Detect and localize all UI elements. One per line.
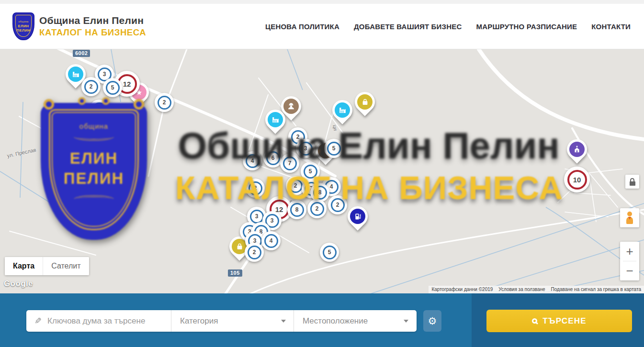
watermark-title: Община Елин Пелин bbox=[158, 124, 579, 168]
pegman-button[interactable] bbox=[620, 208, 639, 227]
cluster-marker[interactable]: 5 bbox=[103, 78, 122, 97]
brand[interactable]: община ЕЛИН ПЕЛИН Община Елин Пелин КАТА… bbox=[12, 12, 146, 40]
crest-ornament bbox=[78, 97, 86, 105]
chevron-down-icon bbox=[404, 320, 408, 323]
main-nav: ЦЕНОВА ПОЛИТИКА ДОБАВЕТЕ ВАШИЯТ БИЗНЕС М… bbox=[265, 22, 631, 31]
cluster-marker[interactable]: 2 bbox=[81, 77, 101, 96]
advanced-settings-button[interactable]: ⚙ bbox=[423, 310, 441, 332]
cluster-marker[interactable]: 2 bbox=[155, 93, 174, 112]
category-select-label: Категория bbox=[180, 316, 218, 326]
crest-flourish bbox=[74, 133, 114, 141]
watermark-crest: община ЕЛИН ПЕЛИН bbox=[41, 103, 147, 240]
search-bar: ТЪРСЕНЕ ✎ Категория Местоположение ⚙ bbox=[0, 293, 644, 347]
road-number-badge: 6002 bbox=[73, 50, 90, 57]
logo-text-line2: ПЕЛИН bbox=[17, 28, 31, 33]
crest-flourish bbox=[74, 195, 114, 203]
site-title: Община Елин Пелин bbox=[39, 15, 146, 26]
crest-text-line2: ПЕЛИН bbox=[64, 168, 124, 189]
keyword-input[interactable] bbox=[47, 316, 166, 326]
zoom-in-button[interactable]: + bbox=[620, 242, 639, 261]
cluster-marker[interactable]: 2 bbox=[245, 243, 264, 262]
nav-contacts[interactable]: КОНТАКТИ bbox=[591, 22, 631, 31]
search-icon bbox=[532, 318, 537, 324]
location-select[interactable]: Местоположение bbox=[294, 310, 416, 332]
map-attribution: Картографски данни ©2019Условия за ползв… bbox=[429, 286, 644, 293]
pencil-icon: ✎ bbox=[34, 316, 42, 326]
nav-pricing-policy[interactable]: ЦЕНОВА ПОЛИТИКА bbox=[265, 22, 339, 31]
shopping-bag-icon bbox=[361, 98, 370, 107]
crest-ornament bbox=[102, 97, 110, 105]
municipality-logo: община ЕЛИН ПЕЛИН bbox=[12, 12, 34, 40]
chevron-down-icon bbox=[281, 320, 286, 323]
search-fields-group: ✎ Категория Местоположение bbox=[26, 310, 417, 332]
site-subtitle: КАТАЛОГ НА БИЗНЕСА bbox=[39, 27, 146, 38]
logo-text-top: община bbox=[18, 20, 28, 23]
attribution-text: Картографски данни ©2019 bbox=[429, 286, 496, 293]
map-pin[interactable] bbox=[355, 92, 375, 112]
road-number-badge: 105 bbox=[228, 269, 242, 277]
map-type-toggle: Карта Сателит bbox=[5, 257, 89, 275]
crest-ornament bbox=[134, 99, 144, 110]
map-canvas[interactable]: 3122522235647510242782212833383425 60021… bbox=[0, 49, 644, 293]
factory-icon bbox=[271, 115, 280, 124]
crest-text-line1: ЕЛИН bbox=[70, 148, 118, 168]
gear-icon: ⚙ bbox=[428, 315, 437, 327]
attribution-link[interactable]: Подаване на сигнал за грешка в картата bbox=[548, 286, 644, 293]
search-button-label: ТЪРСЕНЕ bbox=[542, 316, 587, 326]
fuel-icon bbox=[353, 212, 362, 221]
google-logo[interactable]: Google bbox=[4, 279, 33, 289]
keyword-segment: ✎ bbox=[26, 310, 171, 332]
factory-icon bbox=[338, 106, 347, 115]
attribution-link[interactable]: Условия за ползване bbox=[496, 286, 548, 293]
map-type-map-button[interactable]: Карта bbox=[5, 257, 43, 275]
logo-text-line1: ЕЛИН bbox=[18, 24, 29, 28]
shopping-bag-icon bbox=[235, 242, 244, 251]
map-type-satellite-button[interactable]: Сателит bbox=[43, 257, 89, 275]
crest-text-top: община bbox=[79, 122, 108, 130]
zoom-controls: + − bbox=[620, 242, 639, 280]
location-select-label: Местоположение bbox=[303, 316, 368, 326]
zoom-out-button[interactable]: − bbox=[620, 261, 639, 280]
cluster-marker[interactable]: 4 bbox=[261, 231, 281, 250]
crest-ornament bbox=[44, 99, 54, 110]
nav-route-schedule[interactable]: МАРШРУТНО РАЗПИСАНИЕ bbox=[476, 22, 577, 31]
pegman-icon bbox=[627, 212, 632, 216]
search-bar-right-panel: ТЪРСЕНЕ bbox=[472, 293, 644, 347]
map-pin[interactable] bbox=[332, 100, 352, 120]
page-top-strip bbox=[0, 0, 644, 4]
watermark-subtitle: КАТАЛОГ НА БИЗНЕСА bbox=[161, 169, 577, 207]
category-select[interactable]: Категория bbox=[171, 310, 294, 332]
lock-icon bbox=[630, 178, 634, 181]
header: община ЕЛИН ПЕЛИН Община Елин Пелин КАТА… bbox=[0, 4, 644, 49]
map-pin[interactable] bbox=[348, 206, 368, 226]
worker-icon bbox=[286, 101, 296, 111]
cluster-marker[interactable]: 5 bbox=[320, 243, 339, 262]
factory-icon bbox=[71, 70, 80, 79]
nav-add-business[interactable]: ДОБАВЕТЕ ВАШИЯТ БИЗНЕС bbox=[354, 22, 462, 31]
search-button[interactable]: ТЪРСЕНЕ bbox=[486, 310, 632, 332]
lock-button[interactable] bbox=[625, 175, 639, 189]
